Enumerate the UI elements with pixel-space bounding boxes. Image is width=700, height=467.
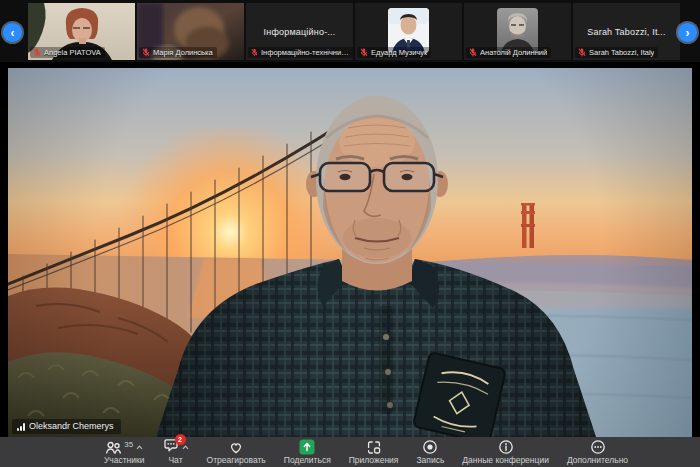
chat-button[interactable]: 2 Чат	[154, 440, 198, 465]
participant-thumbnail-anatoliy[interactable]: Анатолій Долинний	[464, 3, 571, 60]
chat-label: Чат	[168, 456, 182, 465]
heart-icon	[228, 440, 244, 455]
participant-name: Інформаційно-технічний відділ (...	[261, 48, 351, 57]
participant-name: Sarah Tabozzi, Italy	[589, 48, 654, 57]
meeting-info-button[interactable]: Данные конференции	[453, 440, 558, 465]
participant-name-tag: Інформаційно-технічний відділ (...	[248, 47, 353, 58]
participant-name: Angela PIATOVA	[44, 48, 101, 57]
record-icon	[422, 439, 438, 455]
participants-menu-caret[interactable]	[136, 445, 143, 450]
participants-icon	[105, 440, 122, 455]
participant-thumbnail-eduard[interactable]: Едуард Музичук	[355, 3, 462, 60]
muted-mic-icon	[251, 48, 258, 57]
participants-filmstrip: ‹	[0, 0, 700, 62]
apps-button[interactable]: Приложения	[340, 440, 408, 465]
muted-mic-icon	[578, 48, 586, 57]
more-dots-icon	[590, 439, 606, 455]
toolbar-buttons: 35 Участники 2	[95, 440, 637, 465]
share-screen-button[interactable]: Поделиться	[275, 440, 340, 465]
meeting-toolbar: 35 Участники 2	[0, 437, 700, 467]
thumbnail-row: Angela PIATOVA	[28, 3, 680, 60]
chat-menu-caret[interactable]	[182, 445, 189, 450]
muted-mic-icon	[469, 48, 477, 57]
participants-count: 35	[124, 440, 133, 450]
record-button[interactable]: Запись	[407, 440, 453, 465]
speaker-name-tag: Oleksandr Chemerys	[12, 419, 121, 434]
info-icon	[498, 439, 514, 455]
react-label: Отреагировать	[207, 456, 266, 465]
participant-name: Анатолій Долинний	[480, 48, 547, 57]
record-label: Запись	[416, 456, 444, 465]
speaker-video-scene	[8, 68, 692, 437]
more-button[interactable]: Дополнительно	[558, 440, 637, 465]
muted-mic-icon	[142, 48, 150, 57]
filmstrip-next-button[interactable]: ›	[678, 23, 697, 42]
participant-name-tag: Анатолій Долинний	[466, 47, 551, 58]
share-screen-label: Поделиться	[284, 456, 331, 465]
more-label: Дополнительно	[567, 456, 628, 465]
muted-mic-icon	[360, 48, 368, 57]
participant-name-tag: Sarah Tabozzi, Italy	[575, 47, 658, 58]
participant-thumbnail-sarah[interactable]: Sarah Tabozzi, It... Sarah Tabozzi, Ital…	[573, 3, 680, 60]
filmstrip-prev-button[interactable]: ‹	[3, 23, 22, 42]
participant-thumbnail-it-dept[interactable]: Інформаційно-... Інформаційно-технічний …	[246, 3, 353, 60]
participants-label: Участники	[104, 456, 145, 465]
chevron-up-icon	[182, 445, 189, 450]
participant-name-tag: Angela PIATOVA	[30, 47, 105, 58]
participant-thumbnail-maria[interactable]: Марія Долинська	[137, 3, 244, 60]
audio-level-icon	[17, 423, 25, 431]
participant-thumbnail-angela[interactable]: Angela PIATOVA	[28, 3, 135, 60]
chat-unread-badge: 2	[175, 434, 186, 445]
apps-label: Приложения	[349, 456, 399, 465]
react-button[interactable]: Отреагировать	[198, 440, 275, 465]
apps-icon	[366, 440, 382, 455]
participant-name: Марія Долинська	[153, 48, 213, 57]
main-speaker-video: Oleksandr Chemerys	[8, 68, 692, 437]
share-screen-icon	[299, 439, 315, 455]
chevron-up-icon	[136, 445, 143, 450]
participant-name-tag: Марія Долинська	[139, 47, 217, 58]
muted-mic-icon	[33, 48, 41, 57]
meeting-info-label: Данные конференции	[462, 456, 549, 465]
participants-button[interactable]: 35 Участники	[95, 440, 154, 465]
speaker-name: Oleksandr Chemerys	[29, 421, 114, 432]
participant-name: Едуард Музичук	[371, 48, 427, 57]
participant-name-tag: Едуард Музичук	[357, 47, 431, 58]
